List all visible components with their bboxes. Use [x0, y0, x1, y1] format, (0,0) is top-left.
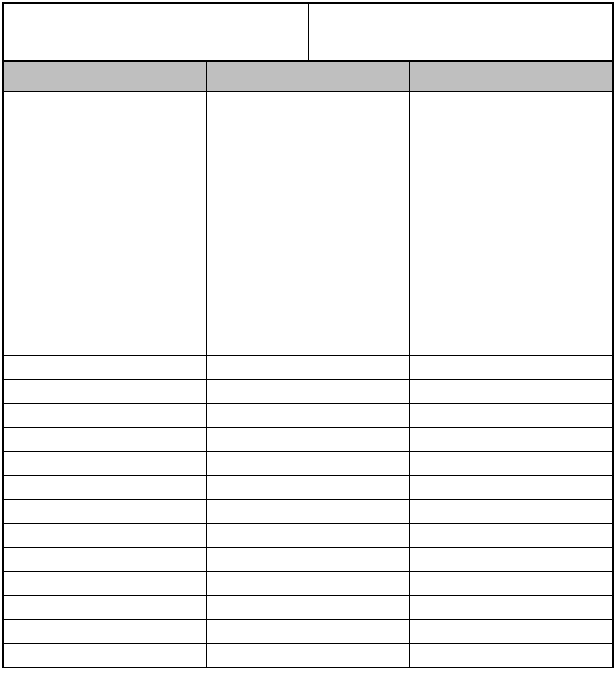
table-cell — [3, 547, 206, 571]
table-cell — [206, 236, 409, 260]
table-cell — [410, 164, 613, 188]
table-row — [3, 212, 613, 236]
table-cell — [206, 451, 409, 475]
table-row — [3, 236, 613, 260]
table-row — [3, 595, 613, 619]
table-cell — [206, 355, 409, 379]
table-cell — [3, 355, 206, 379]
table-cell — [206, 308, 409, 332]
table-cell — [206, 595, 409, 619]
table-cell — [206, 547, 409, 571]
table-cell — [3, 212, 206, 236]
table-cell — [3, 92, 206, 116]
table-cell — [410, 140, 613, 164]
table-cell — [206, 284, 409, 308]
table-cell — [410, 332, 613, 355]
table-cell — [3, 595, 206, 619]
table-cell — [410, 523, 613, 547]
table-cell — [410, 547, 613, 571]
table-header-3 — [410, 62, 613, 92]
table-row — [3, 284, 613, 308]
table-cell — [206, 619, 409, 643]
table-cell — [410, 595, 613, 619]
table-cell — [3, 164, 206, 188]
table-row — [3, 523, 613, 547]
table-row — [3, 643, 613, 667]
table-row — [3, 379, 613, 403]
meta-table — [2, 2, 614, 61]
table-cell — [206, 140, 409, 164]
table-row — [3, 308, 613, 332]
table-row — [3, 547, 613, 571]
table-cell — [3, 116, 206, 140]
table-cell — [3, 499, 206, 523]
meta-row-2 — [3, 32, 613, 61]
table-cell — [206, 164, 409, 188]
table-row — [3, 116, 613, 140]
table-cell — [410, 475, 613, 499]
table-cell — [3, 475, 206, 499]
table-row — [3, 619, 613, 643]
table-cell — [3, 523, 206, 547]
main-table — [2, 61, 614, 668]
table-row — [3, 188, 613, 212]
meta-row-1 — [3, 3, 613, 32]
table-header-row — [3, 62, 613, 92]
table-cell — [3, 451, 206, 475]
table-cell — [3, 379, 206, 403]
table-row — [3, 451, 613, 475]
table-cell — [3, 619, 206, 643]
table-row — [3, 355, 613, 379]
table-cell — [3, 236, 206, 260]
table-cell — [410, 403, 613, 427]
table-header-1 — [3, 62, 206, 92]
table-cell — [206, 379, 409, 403]
table-cell — [410, 260, 613, 284]
table-cell — [410, 308, 613, 332]
table-cell — [206, 260, 409, 284]
table-row — [3, 427, 613, 451]
table-cell — [410, 643, 613, 667]
table-cell — [410, 212, 613, 236]
table-cell — [410, 92, 613, 116]
table-cell — [410, 499, 613, 523]
table-row — [3, 475, 613, 499]
table-cell — [410, 451, 613, 475]
table-cell — [206, 403, 409, 427]
table-row — [3, 403, 613, 427]
table-row — [3, 260, 613, 284]
table-cell — [410, 619, 613, 643]
table-cell — [3, 260, 206, 284]
table-cell — [410, 427, 613, 451]
table-cell — [410, 236, 613, 260]
table-cell — [3, 427, 206, 451]
table-cell — [3, 571, 206, 595]
table-cell — [206, 188, 409, 212]
table-cell — [3, 188, 206, 212]
table-cell — [206, 332, 409, 355]
table-cell — [3, 643, 206, 667]
table-cell — [3, 284, 206, 308]
table-row — [3, 92, 613, 116]
table-cell — [3, 308, 206, 332]
meta-cell-bottom-right — [308, 32, 613, 61]
table-cell — [410, 284, 613, 308]
table-cell — [410, 355, 613, 379]
table-row — [3, 164, 613, 188]
table-row — [3, 571, 613, 595]
table-row — [3, 140, 613, 164]
table-cell — [206, 116, 409, 140]
meta-cell-top-left — [3, 3, 308, 32]
table-cell — [206, 643, 409, 667]
table-cell — [206, 212, 409, 236]
table-cell — [410, 379, 613, 403]
table-cell — [206, 475, 409, 499]
table-row — [3, 332, 613, 355]
table-header-2 — [206, 62, 409, 92]
meta-cell-bottom-left — [3, 32, 308, 61]
table-cell — [410, 116, 613, 140]
table-cell — [3, 140, 206, 164]
table-cell — [206, 92, 409, 116]
table-cell — [3, 403, 206, 427]
table-cell — [3, 332, 206, 355]
